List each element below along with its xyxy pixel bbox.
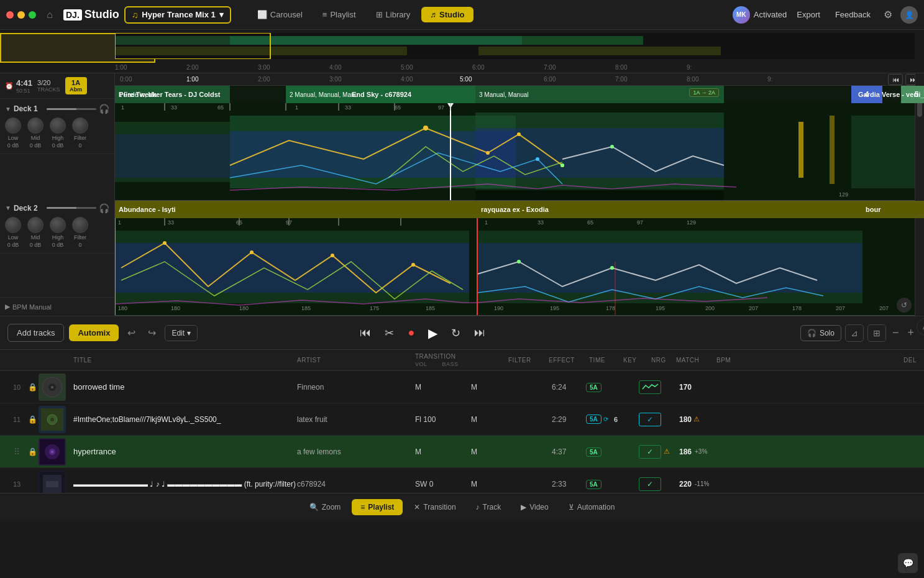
studio-icon: ♬: [430, 10, 436, 19]
redo-button[interactable]: ↪: [144, 324, 160, 341]
video-icon: ▶: [521, 503, 526, 511]
avatar[interactable]: 👤: [900, 6, 918, 24]
track-10-bpm: 170: [679, 383, 710, 392]
deck1-filter-knob[interactable]: [72, 117, 88, 134]
increase-button[interactable]: +: [905, 324, 917, 342]
close-button[interactable]: [6, 11, 14, 19]
tracks-area[interactable]: 0:00 1:00 2:00 3:00 4:00 5:00 6:00 7:00 …: [115, 73, 924, 316]
track-row-13[interactable]: 13 ▬▬▬▬▬▬▬▬▬▬ ♩ ♪ ♩ ▬▬▬▬▬▬▬▬▬▬ (ft. puri…: [0, 468, 924, 493]
track-row-10[interactable]: 10 🔒 borrowed time Finneon M M 6:24 5A: [0, 371, 924, 403]
svg-point-85: [51, 386, 53, 388]
ruler-mark-5: 5:00: [401, 64, 472, 71]
undo-button[interactable]: ↩: [124, 324, 139, 341]
track-13-match: ✓: [639, 477, 679, 491]
svg-text:185: 185: [301, 305, 311, 311]
svg-rect-4: [115, 47, 407, 55]
bottom-tab-transition[interactable]: ✕ Transition: [405, 499, 464, 515]
deck1-track-row[interactable]: 1 Fade in, Ma 2 Manual, Manual, Manu 3 M…: [115, 86, 924, 201]
record-button[interactable]: ●: [403, 324, 419, 342]
track-12-thumb: [39, 438, 66, 466]
transport-controls: ⏮ ✂ ● ▶ ↻ ⏭: [355, 323, 490, 343]
deck2-mid-knob[interactable]: [27, 217, 43, 233]
key-transition-badge: 1A → 2A: [689, 88, 719, 97]
deck2-high-knob[interactable]: [50, 217, 66, 233]
deck2-track-row[interactable]: Abundance - Isyti rayquaza ex - Exodia b…: [115, 201, 924, 316]
track-row-11[interactable]: 11 🔒 #ImtheOne;toBlame///7lkj9WLv8yL._SS…: [0, 403, 924, 436]
edit-button[interactable]: Edit ▾: [165, 325, 198, 341]
play-button[interactable]: ▶: [423, 323, 442, 343]
track-12-bpm-diff: +3%: [695, 448, 707, 455]
deck1-high-label: High: [52, 135, 64, 141]
bottom-tab-zoom-label: Zoom: [322, 503, 341, 511]
cut-button[interactable]: ✂: [380, 324, 399, 342]
bottom-tab-zoom[interactable]: 🔍 Zoom: [301, 499, 350, 515]
waveform-view-button[interactable]: ⊿: [845, 324, 864, 342]
project-icon: ♫: [132, 10, 139, 20]
bottom-tab-playlist[interactable]: ≡ Playlist: [352, 499, 403, 515]
decrease-button[interactable]: −: [890, 324, 902, 342]
col-bpm-header: BPM: [716, 357, 748, 364]
track-11-vol: Fl 100: [415, 415, 436, 424]
deck1-filter-value: 0: [78, 142, 81, 149]
project-selector[interactable]: ♫ Hyper Trance Mix 1 ▾: [124, 6, 231, 24]
col-match-header: MATCH: [676, 357, 716, 364]
tab-playlist[interactable]: ≡ Playlist: [314, 7, 365, 22]
timeline-minimap[interactable]: 1:00 2:00 3:00 4:00 5:00 6:00 7:00 8:00 …: [0, 30, 924, 73]
home-button[interactable]: ⌂: [41, 6, 58, 24]
chat-button[interactable]: 💬: [898, 553, 918, 573]
deck2-headphone-icon[interactable]: 🎧: [99, 203, 109, 213]
automation-icon: ⊻: [569, 503, 574, 511]
bpm-manual-button[interactable]: ▶ BPM Manual: [5, 303, 52, 311]
add-tracks-button[interactable]: Add tracks: [7, 324, 64, 342]
deck2-high-value: 0 dB: [52, 242, 64, 248]
prev-track-button[interactable]: ⏮: [355, 324, 376, 342]
track-10-artwork: [40, 375, 65, 400]
deck1-high-value: 0 dB: [52, 142, 64, 149]
svg-rect-11: [851, 116, 924, 188]
bottom-right-icon[interactable]: ↺: [897, 298, 912, 313]
deck2-filter-knob[interactable]: [72, 217, 88, 233]
col-filter-header: FILTER: [508, 357, 549, 364]
feedback-button[interactable]: Feedback: [830, 7, 876, 22]
track-12-transition: M: [415, 447, 471, 456]
automix-button[interactable]: Automix: [69, 324, 119, 341]
deck2-low-knob[interactable]: [5, 217, 21, 233]
track-11-key: 5A ⟳: [586, 415, 614, 424]
svg-point-77: [517, 260, 521, 264]
time-ruler: 0:00 1:00 2:00 3:00 4:00 5:00 6:00 7:00 …: [115, 73, 924, 86]
settings-button[interactable]: ⚙: [881, 6, 895, 24]
prev-skip-button[interactable]: ⏮: [888, 74, 903, 85]
deck1-high-knob[interactable]: [50, 117, 66, 134]
track-12-match-warn: ⚠: [664, 447, 670, 456]
track-12-drag[interactable]: ⠿: [7, 447, 26, 457]
deck1-low-knob[interactable]: [5, 117, 21, 134]
deck2-track1-title: Abundance - Isyti: [119, 206, 176, 213]
deck1-mid-knob[interactable]: [27, 117, 43, 134]
bottom-tab-video[interactable]: ▶ Video: [512, 499, 557, 515]
deck2-track2-title: rayquaza ex - Exodia: [481, 206, 549, 213]
svg-rect-95: [46, 481, 58, 487]
deck2-volume-slider[interactable]: [47, 207, 96, 209]
track-12-title: hypertrance: [73, 447, 297, 456]
mixed-key-icon: MK: [733, 6, 750, 24]
svg-text:129: 129: [687, 219, 696, 226]
grid-view-button[interactable]: ⊞: [867, 324, 886, 342]
ruler-0: 0:00: [120, 76, 132, 83]
loop-button[interactable]: ↻: [446, 324, 465, 342]
export-button[interactable]: Export: [792, 7, 825, 22]
svg-text:200: 200: [705, 305, 715, 311]
deck1-volume-slider[interactable]: [47, 108, 96, 110]
tab-carousel[interactable]: ⬜ Carousel: [249, 7, 311, 22]
minimize-button[interactable]: [17, 11, 25, 19]
next-track-button[interactable]: ⏭: [469, 324, 490, 342]
track-row-12[interactable]: ⠿ 🔒 hypertrance a few lemons M M 4:37 5A…: [0, 436, 924, 468]
bottom-tab-automation[interactable]: ⊻ Automation: [560, 499, 624, 515]
mixed-key-button[interactable]: MK Activated: [733, 6, 787, 24]
tab-library[interactable]: ⊞ Library: [367, 7, 419, 22]
tab-studio[interactable]: ♬ Studio: [421, 7, 473, 22]
vertical-scrollbar[interactable]: [915, 73, 924, 316]
bottom-tab-track[interactable]: ♪ Track: [467, 499, 510, 515]
maximize-button[interactable]: [29, 11, 36, 19]
solo-button[interactable]: 🎧 Solo: [800, 325, 841, 341]
deck1-headphone-icon[interactable]: 🎧: [99, 104, 109, 114]
